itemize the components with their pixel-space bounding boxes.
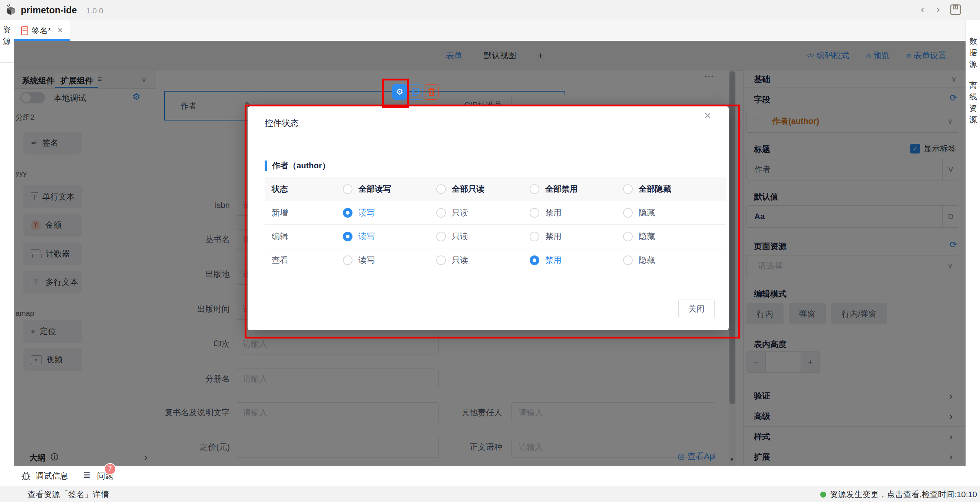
tab-label: 签名* [32,25,51,36]
state-row-edit: 编辑 读写 只读 禁用 隐藏 [265,225,726,249]
radio-hidden[interactable] [623,232,633,241]
debug-bar: 调试信息 ≣ 问题 [0,466,980,486]
section-accent-bar [265,161,267,171]
bug-icon [21,470,31,481]
state-row-view: 查看 读写 只读 禁用 隐藏 [265,249,726,272]
radio-all-disabled[interactable] [530,184,539,194]
nav-forward-icon[interactable]: › [932,3,944,16]
title-bar: primeton-ide 1.0.0 ‹ › [0,0,980,21]
tab-signature[interactable]: 签名* × [14,21,70,41]
widget-settings-button[interactable]: ⚙ [392,84,407,100]
app-name: primeton-ide [21,5,77,16]
app-logo-icon [5,4,17,16]
state-table-header: 状态 全部读写 全部只读 全部禁用 全部隐藏 [265,177,726,201]
radio-disabled[interactable] [530,208,539,218]
radio-disabled[interactable] [530,232,539,241]
form-doc-icon [21,26,28,35]
radio-readonly[interactable] [436,208,446,218]
tab-close-icon[interactable]: × [57,24,63,36]
nav-resources[interactable]: 资源 [0,24,14,47]
status-bar: 查看资源「签名」详情 资源发生变更，点击查看,检查时间:10:10 [0,486,980,502]
app-version: 1.0.0 [86,6,103,15]
copy-icon [411,88,420,96]
state-table: 状态 全部读写 全部只读 全部禁用 全部隐藏 新增 读写 只读 禁用 隐藏 编辑… [265,177,726,272]
state-row-create: 新增 读写 只读 禁用 隐藏 [265,201,726,225]
radio-disabled[interactable] [530,255,539,265]
status-green-dot [820,492,826,497]
debug-info-button[interactable]: 调试信息 [36,470,68,481]
modal-close-icon[interactable]: × [704,108,711,122]
radio-all-readwrite[interactable] [343,184,353,194]
radio-readonly[interactable] [436,255,446,265]
radio-readwrite[interactable] [343,208,353,218]
editor-tab-bar [0,21,980,41]
modal-section-header: 作者（author） [265,158,726,174]
resource-change-status[interactable]: 资源发生变更，点击查看,检查时间:10:10 [820,489,977,500]
radio-readwrite[interactable] [343,232,353,241]
right-nav-strip: 数据源 离线资源 [966,21,980,466]
gear-icon: ⚙ [396,87,403,97]
radio-readwrite[interactable] [343,255,353,265]
problems-count-badge: 7 [104,463,116,475]
save-icon[interactable] [950,4,961,16]
status-left-text: 查看资源「签名」详情 [27,489,109,500]
widget-copy-button[interactable] [408,84,423,100]
radio-all-readonly[interactable] [436,184,446,194]
radio-hidden[interactable] [623,208,633,218]
nav-datasource[interactable]: 数据源 [966,35,980,70]
app-window: primeton-ide 1.0.0 ‹ › 签名* × 表单 默认视图 + <… [0,0,980,502]
radio-all-hidden[interactable] [623,184,633,194]
close-button[interactable]: 关闭 [678,300,714,318]
widget-delete-button[interactable] [424,84,439,100]
radio-hidden[interactable] [623,255,633,265]
radio-readonly[interactable] [436,232,446,241]
trash-icon [427,88,436,96]
modal-title: 控件状态 [265,118,299,129]
list-icon: ≣ [83,470,91,480]
left-nav-strip: 资源 [0,21,14,466]
widget-state-modal: 控件状态 × 作者（author） 状态 全部读写 全部只读 全部禁用 全部隐藏… [248,107,729,330]
section-title: 作者（author） [272,160,330,171]
nav-back-icon[interactable]: ‹ [916,3,929,16]
